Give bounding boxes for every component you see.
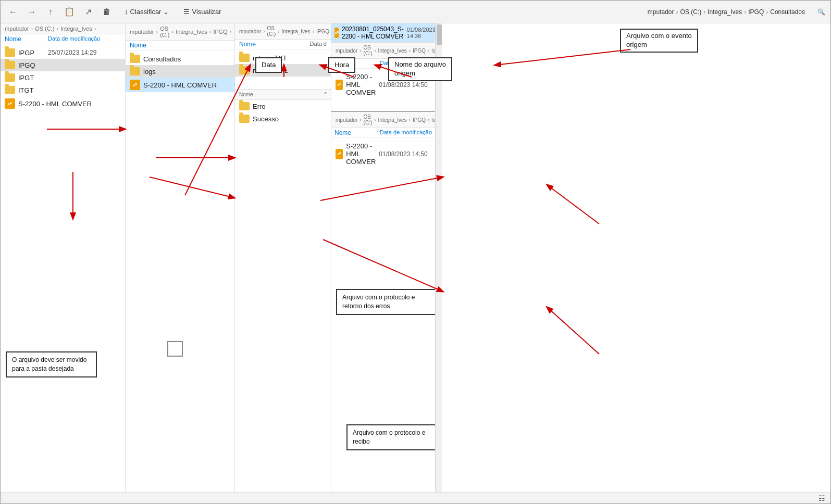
xml-icon: ☍ <box>130 80 140 90</box>
list-item[interactable]: IPGQ <box>1 59 125 71</box>
bc-c[interactable]: OS (C:) <box>680 8 702 16</box>
list-item[interactable]: retornoTXT <box>235 52 331 64</box>
nav-up-icon[interactable]: ↑ <box>43 5 58 19</box>
folder-icon <box>239 102 250 110</box>
item-label: IPGT <box>18 74 121 82</box>
annotation-arquivo-evento: Arquivo com o eventoorigem <box>620 29 698 53</box>
bc-ipgq[interactable]: IPGQ <box>748 8 764 16</box>
pane3b: Nome ^ Erro Sucesso <box>235 89 331 125</box>
view-icon: ☰ <box>183 8 190 16</box>
pane4-breadcrumb: mputador› OS (C:)› Integra_Ives› IPGQ› l… <box>331 43 435 59</box>
list-item[interactable]: ITGT <box>1 84 125 96</box>
details-icon[interactable]: ☷ <box>818 494 825 502</box>
view-label: Visualizar <box>192 8 221 16</box>
folder-icon <box>130 67 140 75</box>
top-breadcrumb: mputador › OS (C:) › Integra_Ives › IPGQ… <box>648 8 825 16</box>
item-label: ITGT <box>18 86 121 94</box>
list-item[interactable]: Consultados <box>126 53 234 65</box>
col-date: Data de modificação <box>48 35 121 43</box>
folder-icon <box>5 73 15 82</box>
annotation-protocolo-recibo: Arquivo com o protocolo e recibo <box>346 424 436 450</box>
list-item[interactable]: retornoXML <box>235 64 331 77</box>
pane3b-breadcrumb: Nome ^ <box>235 90 331 100</box>
status-bar: ☷ <box>1 492 830 503</box>
col-nome: Nome <box>334 129 377 136</box>
pane4b-cols: Nome ^ Data de modificação <box>331 128 435 138</box>
pane1-breadcrumb: mputador› OS (C:)› Integra_Ives› <box>1 23 125 34</box>
pane3: mputador› OS (C:)› Integra_Ives› IPGQ› N… <box>235 23 331 492</box>
search-icon[interactable]: 🔍 <box>817 8 825 16</box>
col-nome: Nome <box>239 41 310 48</box>
pane2-cols: Nome <box>126 41 234 51</box>
pane2-file-list: Consultados logs ☍ S-2200 - HML COMVER <box>126 51 234 94</box>
share-icon[interactable]: ↗ <box>81 5 95 19</box>
item-date: 25/07/2023 14:29 <box>48 49 121 56</box>
content-area: mputador› OS (C:)› Integra_Ives› Nome Da… <box>1 23 830 492</box>
list-item[interactable]: Sucesso <box>235 112 331 125</box>
item-label: S-2200 - HML COMVER <box>346 73 376 96</box>
folder-icon <box>5 86 15 94</box>
item-label: S-2200 - HML COMVER <box>143 81 230 89</box>
folder-icon <box>239 54 250 62</box>
scroll-thumb[interactable] <box>437 24 442 45</box>
toolbar-icons: ← → ↑ 📋 ↗ 🗑 <box>6 5 114 19</box>
item-label: S-2200 - HML COMVER <box>346 142 376 166</box>
list-item[interactable]: ☍ S-2200 - HML COMVER 01/08/2023 14:50 <box>331 140 435 168</box>
pane1-file-list: IPGP 25/07/2023 14:29 IPGQ IPGT ITGT <box>1 44 125 113</box>
pane1-cols: Nome Data de modificação <box>1 34 125 44</box>
top-file-name: 20230801_025043_S-2200 - HML COMVER <box>342 26 404 40</box>
pane3-file-list: retornoTXT retornoXML <box>235 49 331 79</box>
item-date: 01/08/2023 14:50 <box>379 81 431 89</box>
annotation-data: Data <box>255 57 282 73</box>
folder-icon <box>5 61 15 69</box>
top-file-row[interactable]: ☍ 20230801_025043_S-2200 - HML COMVER 01… <box>331 23 435 43</box>
list-item[interactable]: ☍ S-2200 - HML COMVER <box>1 96 125 111</box>
nav-forward-icon[interactable]: → <box>24 5 39 19</box>
list-item[interactable]: Erro <box>235 100 331 112</box>
view-button[interactable]: ☰ Visualizar <box>179 6 225 18</box>
item-label: IPGQ <box>18 61 45 69</box>
bc-consultados[interactable]: Consultados <box>770 8 805 16</box>
list-item[interactable]: IPGP 25/07/2023 14:29 <box>1 46 125 59</box>
item-label: IPGP <box>18 49 45 57</box>
list-item[interactable]: logs <box>126 65 234 78</box>
pane4b-breadcrumb: mputador› OS (C:)› Integra_Ives› IPGQ› l… <box>331 112 435 128</box>
delete-icon[interactable]: 🗑 <box>100 5 114 19</box>
col-date-b: Data de modificação <box>380 129 432 136</box>
pane1: mputador› OS (C:)› Integra_Ives› Nome Da… <box>1 23 126 492</box>
annotation-hora: Hora <box>328 57 355 73</box>
folder-icon <box>130 55 140 63</box>
item-label: S-2200 - HML COMVER <box>18 100 121 108</box>
col-nome: Nome <box>130 42 230 49</box>
folder-icon <box>239 115 250 123</box>
sort-chevron-icon: ⌄ <box>163 8 169 16</box>
sort-button[interactable]: ↕ Classificar ⌄ <box>120 6 173 18</box>
annotation-nome-arquivo: Nome do arquivoorigem <box>388 57 452 81</box>
sort-icon: ↕ <box>125 8 128 16</box>
top-file-date: 01/08/2023 14:36 <box>407 27 436 39</box>
folder-icon <box>5 48 15 57</box>
placeholder-box <box>167 341 183 357</box>
pane4b-file-list: ☍ S-2200 - HML COMVER 01/08/2023 14:50 <box>331 138 435 170</box>
xml-icon: ☍ <box>334 28 339 38</box>
pane3-breadcrumb: mputador› OS (C:)› Integra_Ives› IPGQ› <box>235 23 331 40</box>
pane4b: mputador› OS (C:)› Integra_Ives› IPGQ› l… <box>331 111 435 170</box>
item-label: Erro <box>253 103 327 110</box>
bc-computer[interactable]: mputador <box>648 8 674 16</box>
list-item-selected[interactable]: ☍ S-2200 - HML COMVER <box>126 78 234 92</box>
copy-icon[interactable]: 📋 <box>62 5 77 19</box>
annotation-arquivo-deve: O arquivo deve ser movido para a pasta d… <box>6 351 97 377</box>
pane2-breadcrumb: mputador› OS (C:)› Integra_Ives› IPGQ› <box>126 23 234 41</box>
xml-icon: ☍ <box>5 98 15 109</box>
item-date: 01/08/2023 14:50 <box>379 150 431 158</box>
item-label: Consultados <box>143 55 230 63</box>
nav-back-icon[interactable]: ← <box>6 5 20 19</box>
folder-icon <box>239 66 250 74</box>
col-nome: Nome <box>5 35 48 43</box>
xml-icon: ☍ <box>336 149 343 159</box>
list-item[interactable]: IPGT <box>1 71 125 84</box>
item-label: logs <box>143 68 230 75</box>
scrollbar-right[interactable] <box>436 23 442 492</box>
bc-integra[interactable]: Integra_Ives <box>708 8 742 16</box>
pane4: ☍ 20230801_025043_S-2200 - HML COMVER 01… <box>331 23 436 492</box>
